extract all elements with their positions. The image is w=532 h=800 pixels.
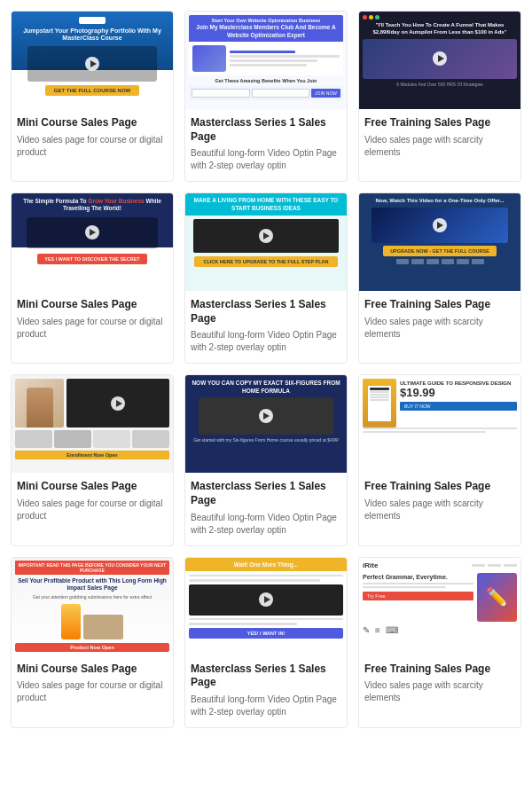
thumb12-bottom: ✎ ≡ ⌨ — [363, 625, 517, 635]
thumb6-trust-bar — [396, 259, 484, 264]
trust-stripe — [472, 259, 484, 264]
thumb11-line-4 — [189, 623, 297, 625]
card-mini-course-3[interactable]: Enrollment Now Open Mini Course Sales Pa… — [11, 374, 174, 545]
thumb2-headline: Join My Masterclass Members Club And Bec… — [192, 24, 340, 39]
thumb11-line-2 — [189, 579, 320, 582]
benefit-line-1 — [230, 51, 295, 53]
thumb2-benefits-title: Get These Amazing Benefits When You Join — [215, 75, 317, 86]
thumb12-icon-2: ≡ — [375, 625, 380, 635]
card-thumbnail-2: Start Your Own Website Optimization Busi… — [185, 12, 347, 109]
thumb10-desk — [83, 615, 123, 639]
win-dot-green — [375, 15, 379, 20]
card-free-training-4[interactable]: iRite Perfect Grammar, Everytime. Try Fr… — [358, 557, 521, 728]
thumb10-cta: Product Now Open — [15, 643, 169, 652]
thumb7-photo — [15, 379, 64, 427]
benefit-line-2 — [230, 55, 340, 58]
book-line-4 — [370, 399, 389, 401]
card-desc-9: Video sales page with scarcity elements — [364, 498, 515, 522]
thumb11-cta: YES! I WANT IN! — [189, 628, 343, 639]
play-button-4 — [85, 225, 99, 239]
card-free-training-2[interactable]: Now, Watch This Video for a One-Time Onl… — [358, 192, 521, 364]
card-free-training-1[interactable]: "I'll Teach You How To Create A Funnel T… — [358, 11, 521, 182]
thumb11-line-1 — [189, 575, 343, 577]
card-mini-course-4[interactable]: IMPORTANT: Read This Page Before You Con… — [11, 557, 174, 728]
card-free-training-3[interactable]: ULTIMATE GUIDE TO RESPONSIVE DESIGN $19.… — [358, 374, 521, 545]
thumb6-cta: UPGRADE NOW - GET THE FULL COURSE — [383, 246, 497, 256]
thumb4-video — [27, 217, 158, 248]
thumb5-top: MAKE A LIVING FROM HOME WITH THESE EASY … — [185, 193, 347, 216]
card-desc-6: Video sales page with scarcity elements — [364, 316, 515, 341]
trust-visa — [396, 259, 409, 264]
thumb2-tablet — [192, 45, 226, 72]
card-thumbnail-11: Wait! One More Thing... YES! I WANT IN! — [185, 558, 347, 655]
thumb7-img-4 — [132, 430, 169, 448]
thumb7-top — [15, 379, 169, 427]
thumb12-logo: iRite — [363, 561, 378, 569]
card-masterclass-2[interactable]: MAKE A LIVING FROM HOME WITH THESE EASY … — [184, 192, 348, 364]
card-thumbnail-5: MAKE A LIVING FROM HOME WITH THESE EASY … — [185, 193, 347, 291]
video-area-1 — [27, 46, 157, 82]
card-masterclass-3[interactable]: NOW YOU CAN COPY MY EXACT SIX-FIGURES FR… — [184, 374, 348, 545]
thumb12-nav-1 — [472, 564, 485, 567]
thumb3-video — [363, 39, 517, 79]
thumb8-sub: Get started with my Six-figures From Hom… — [193, 437, 339, 443]
thumb8-headline: NOW YOU CAN COPY MY EXACT SIX-FIGURES FR… — [190, 380, 342, 395]
book-line-2 — [370, 394, 389, 396]
thumb9-cta: BUY IT NOW — [400, 402, 517, 411]
thumb12-btn: Try Free — [363, 592, 473, 600]
thumb10-headline: Sell Your Profitable Product with This L… — [15, 577, 169, 592]
thumb1-headline: Jumpstart Your Photography Portfolio Wit… — [12, 27, 173, 43]
thumb7-img-2 — [54, 430, 91, 448]
thumb12-nav — [472, 564, 517, 567]
benefit-line-3 — [230, 59, 317, 62]
card-masterclass-1[interactable]: Start Your Own Website Optimization Busi… — [184, 11, 348, 182]
card-masterclass-4[interactable]: Wait! One More Thing... YES! I WANT IN! … — [184, 557, 348, 728]
trust-mc — [411, 259, 424, 264]
card-mini-course-1[interactable]: Jumpstart Your Photography Portfolio Wit… — [11, 11, 174, 182]
card-thumbnail-6: Now, Watch This Video for a One-Time Onl… — [359, 193, 520, 291]
thumb5-headline: MAKE A LIVING FROM HOME WITH THESE EASY … — [189, 197, 343, 212]
card-thumbnail-8: NOW YOU CAN COPY MY EXACT SIX-FIGURES FR… — [185, 375, 347, 473]
card-title-6: Free Training Sales Page — [364, 298, 515, 312]
thumb11-top: Wait! One More Thing... — [185, 558, 347, 571]
thumb11-video — [189, 584, 343, 616]
card-desc-11: Beautiful long-form Video Optin Page wit… — [191, 694, 341, 718]
thumb5-video — [193, 219, 339, 253]
book-line-1 — [370, 391, 389, 393]
card-thumbnail-12: iRite Perfect Grammar, Everytime. Try Fr… — [359, 558, 520, 655]
thumb2-input — [192, 89, 250, 98]
play-button-1 — [85, 57, 99, 71]
card-title-9: Free Training Sales Page — [364, 480, 515, 494]
trust-amex — [426, 259, 439, 264]
card-info-12: Free Training Sales Page Video sales pag… — [359, 655, 520, 714]
card-title-8: Masterclass Series 1 Sales Page — [191, 480, 341, 507]
card-thumbnail-9: ULTIMATE GUIDE TO RESPONSIVE DESIGN $19.… — [359, 375, 520, 473]
thumb6-video — [372, 208, 507, 243]
thumb10-sub: Get your attention grabbing submissions … — [15, 594, 169, 600]
trust-discover — [457, 259, 469, 264]
thumb8-video — [199, 397, 332, 435]
play-button-3 — [433, 51, 447, 66]
play-button-6 — [433, 218, 447, 232]
card-mini-course-2[interactable]: The Simple Formula To Grow Your Business… — [11, 192, 174, 364]
thumb12-sub-1 — [363, 583, 473, 584]
book-title-line — [370, 388, 389, 390]
card-title-7: Mini Course Sales Page — [17, 480, 168, 494]
thumb4-headline: The Simple Formula To Grow Your Business… — [15, 198, 169, 212]
card-title-2: Masterclass Series 1 Sales Page — [191, 116, 341, 144]
card-desc-4: Video sales page for course or digital p… — [17, 316, 168, 341]
thumb12-icon-3: ⌨ — [386, 625, 398, 635]
thumb2-middle — [189, 42, 343, 75]
thumb11-body: YES! I WANT IN! — [185, 571, 347, 642]
thumb12-headline: Perfect Grammar, Everytime. — [363, 573, 473, 581]
card-desc-8: Beautiful long-form Video Optin Page wit… — [191, 512, 341, 537]
card-thumbnail-7: Enrollment Now Open — [12, 375, 173, 473]
card-title-3: Free Training Sales Page — [364, 116, 515, 130]
card-title-11: Masterclass Series 1 Sales Page — [191, 663, 341, 690]
thumb12-illust-icon: ✏️ — [486, 586, 508, 608]
card-info-5: Masterclass Series 1 Sales Page Beautifu… — [185, 291, 347, 363]
thumb4-accent: Grow Your Business — [88, 198, 144, 204]
card-thumbnail-3: "I'll Teach You How To Create A Funnel T… — [359, 12, 520, 109]
thumb2-benefits — [230, 45, 340, 72]
win-dot-yellow — [369, 15, 373, 20]
